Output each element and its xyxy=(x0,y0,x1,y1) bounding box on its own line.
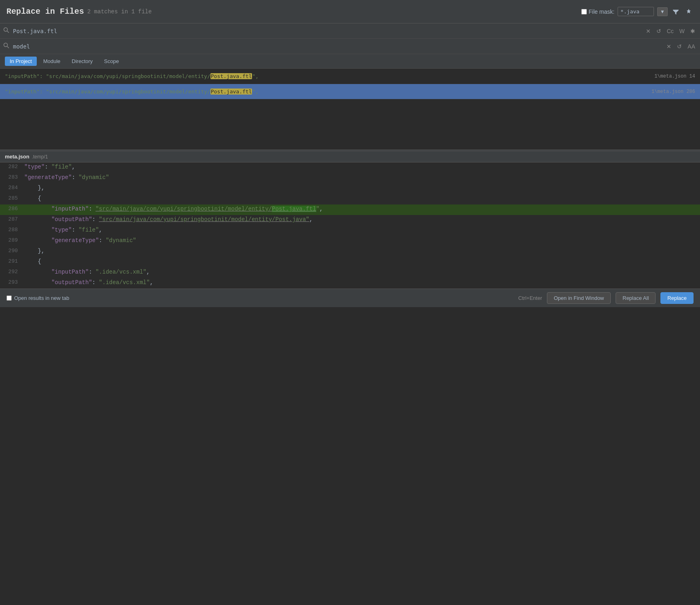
find-word-btn[interactable]: W xyxy=(678,27,686,35)
scope-tabs: In Project Module Directory Scope xyxy=(0,54,700,69)
header-title: Replace in Files xyxy=(6,7,84,16)
open-new-tab-checkbox[interactable] xyxy=(6,295,12,301)
file-mask-dropdown-btn[interactable]: ▼ xyxy=(657,7,668,16)
file-mask-label: File mask: xyxy=(589,8,614,15)
line-number-287: 287 xyxy=(0,215,24,222)
line-number-283: 283 xyxy=(0,173,24,180)
replace-actions: ✕ ↺ AA xyxy=(665,42,697,51)
tab-scope[interactable]: Scope xyxy=(99,57,124,66)
code-line-285: 285 { xyxy=(0,194,700,204)
results-scroll[interactable]: "inputPath": "src/main/java/com/yupi/spr… xyxy=(0,69,700,99)
replace-row: ✕ ↺ AA xyxy=(0,39,700,54)
result-prefix-1: "inputPath": "src/main/java/com/yupi/spr… xyxy=(5,73,210,79)
tab-in-project[interactable]: In Project xyxy=(5,57,37,66)
replace-btn[interactable]: Replace xyxy=(660,292,694,304)
result-text-2: "inputPath": "src/main/java/com/yupi/spr… xyxy=(5,89,652,95)
line-content-287: "outputPath": "src/main/java/com/yupi/sp… xyxy=(24,215,700,224)
header-subtitle: 2 matches in 1 file xyxy=(87,8,581,15)
find-clear-btn[interactable]: ✕ xyxy=(644,27,652,35)
find-icon xyxy=(3,27,10,35)
results-area: "inputPath": "src/main/java/com/yupi/spr… xyxy=(0,69,700,150)
line-content-283: "generateType": "dynamic" xyxy=(24,173,700,182)
line-number-285: 285 xyxy=(0,194,24,201)
svg-point-2 xyxy=(4,43,8,46)
result-text-1: "inputPath": "src/main/java/com/yupi/spr… xyxy=(5,73,654,79)
result-row-selected[interactable]: "inputPath": "src/main/java/com/yupi/spr… xyxy=(0,84,700,99)
tab-module[interactable]: Module xyxy=(38,57,65,66)
search-icon xyxy=(3,27,10,34)
replace-input[interactable] xyxy=(13,43,665,50)
file-tab-path: .temp/1 xyxy=(32,154,48,160)
file-preview: meta.json .temp/1 282 "type": "file", 28… xyxy=(0,151,700,289)
line-number-291: 291 xyxy=(0,257,24,264)
line-number-289: 289 xyxy=(0,236,24,243)
line-number-290: 290 xyxy=(0,247,24,254)
find-regex-btn[interactable]: ✱ xyxy=(689,27,697,35)
result-highlight-1: Post.java.ftl xyxy=(210,73,252,79)
svg-point-0 xyxy=(4,27,8,31)
filter-icon xyxy=(673,8,679,15)
svg-line-1 xyxy=(7,31,9,33)
code-line-283: 283 "generateType": "dynamic" xyxy=(0,173,700,183)
line-content-288: "type": "file", xyxy=(24,226,700,234)
replace-redo-btn[interactable]: ↺ xyxy=(675,42,683,51)
shortcut-label: Ctrl+Enter xyxy=(518,295,542,301)
result-location-1: 1\meta.json 14 xyxy=(654,74,695,79)
open-new-tab-label: Open results in new tab xyxy=(14,295,69,301)
line-content-284: }, xyxy=(24,183,700,192)
main-container: Replace in Files 2 matches in 1 file Fil… xyxy=(0,0,700,307)
replace-search-icon xyxy=(3,42,10,49)
pin-icon-btn[interactable] xyxy=(684,7,694,17)
code-line-287: 287 "outputPath": "src/main/java/com/yup… xyxy=(0,215,700,226)
line-number-293: 293 xyxy=(0,278,24,285)
result-prefix-2: "inputPath": "src/main/java/com/yupi/spr… xyxy=(5,89,210,95)
line-content-282: "type": "file", xyxy=(24,162,700,171)
result-suffix-1: ", xyxy=(252,73,259,79)
code-line-284: 284 }, xyxy=(0,183,700,194)
line-number-286: 286 xyxy=(0,204,24,212)
find-input[interactable] xyxy=(13,28,644,34)
replace-clear-btn[interactable]: ✕ xyxy=(665,42,673,51)
code-line-286: 286 "inputPath": "src/main/java/com/yupi… xyxy=(0,204,700,215)
result-row[interactable]: "inputPath": "src/main/java/com/yupi/spr… xyxy=(0,69,700,84)
code-line-291: 291 { xyxy=(0,257,700,268)
line-content-289: "generateType": "dynamic" xyxy=(24,236,700,245)
file-tab-bar: meta.json .temp/1 xyxy=(0,151,700,162)
replace-aa-btn[interactable]: AA xyxy=(686,42,697,51)
result-highlight-2: Post.java.ftl xyxy=(210,89,252,95)
find-row: ✕ ↺ Cc W ✱ xyxy=(0,23,700,39)
find-case-btn[interactable]: Cc xyxy=(665,27,675,35)
line-number-284: 284 xyxy=(0,183,24,191)
line-number-282: 282 xyxy=(0,162,24,170)
svg-line-3 xyxy=(7,46,9,48)
bottom-bar: Open results in new tab Ctrl+Enter Open … xyxy=(0,289,700,307)
file-mask-input[interactable] xyxy=(618,7,654,16)
code-line-282: 282 "type": "file", xyxy=(0,162,700,173)
line-content-293: "outputPath": ".idea/vcs.xml", xyxy=(24,278,700,287)
file-mask-checkbox-wrapper: File mask: xyxy=(581,8,614,15)
code-area[interactable]: 282 "type": "file", 283 "generateType": … xyxy=(0,162,700,289)
header-controls: File mask: ▼ xyxy=(581,7,694,17)
code-line-289: 289 "generateType": "dynamic" xyxy=(0,236,700,247)
replace-icon xyxy=(3,42,10,51)
result-location-2: 1\meta.json 286 xyxy=(652,89,695,95)
pin-icon xyxy=(685,8,692,15)
filter-icon-btn[interactable] xyxy=(671,7,681,17)
find-actions: ✕ ↺ Cc W ✱ xyxy=(644,27,697,35)
line-number-292: 292 xyxy=(0,268,24,275)
line-content-290: }, xyxy=(24,247,700,255)
tab-directory[interactable]: Directory xyxy=(67,57,98,66)
line-number-288: 288 xyxy=(0,226,24,233)
header: Replace in Files 2 matches in 1 file Fil… xyxy=(0,0,700,23)
file-tab-name: meta.json xyxy=(5,154,29,160)
find-redo-btn[interactable]: ↺ xyxy=(655,27,663,35)
code-line-290: 290 }, xyxy=(0,247,700,257)
file-mask-checkbox[interactable] xyxy=(581,9,587,15)
replace-all-btn[interactable]: Replace All xyxy=(616,292,656,304)
line-content-286: "inputPath": "src/main/java/com/yupi/spr… xyxy=(24,204,700,213)
code-line-292: 292 "inputPath": ".idea/vcs.xml", xyxy=(0,268,700,278)
code-line-288: 288 "type": "file", xyxy=(0,226,700,236)
open-new-tab-wrapper: Open results in new tab xyxy=(6,295,69,301)
open-find-window-btn[interactable]: Open in Find Window xyxy=(547,292,611,304)
code-line-293: 293 "outputPath": ".idea/vcs.xml", xyxy=(0,278,700,289)
